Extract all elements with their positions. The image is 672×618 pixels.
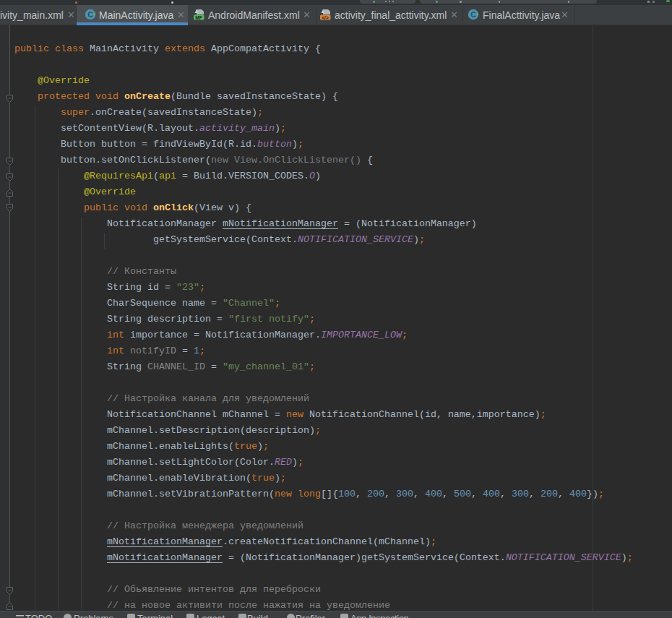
svg-text:MF: MF <box>195 15 202 20</box>
svg-text:C: C <box>470 11 475 19</box>
svg-text:C: C <box>87 11 92 19</box>
svg-text:</>: </> <box>322 15 329 20</box>
